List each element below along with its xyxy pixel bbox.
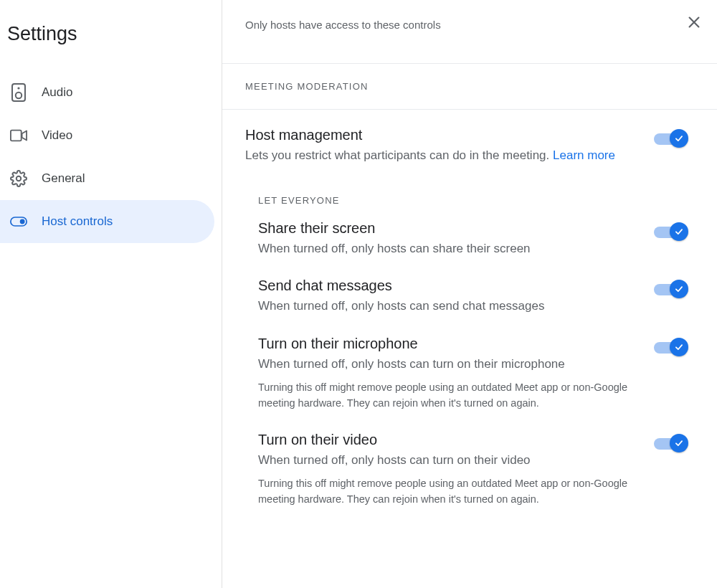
- check-icon: [670, 222, 688, 241]
- sidebar-item-video[interactable]: Video: [0, 114, 214, 157]
- svg-point-2: [16, 93, 22, 98]
- setting-description: Lets you restrict what participants can …: [245, 146, 635, 165]
- svg-point-6: [20, 219, 25, 224]
- sidebar-item-general[interactable]: General: [0, 157, 214, 200]
- setting-title: Share their screen: [258, 220, 635, 237]
- setting-host-management: Host management Lets you restrict what p…: [245, 127, 688, 165]
- setting-turn-on-video: Turn on their video When turned off, onl…: [258, 432, 688, 508]
- settings-title: Settings: [0, 9, 222, 71]
- gear-icon: [10, 170, 27, 187]
- toggle-send-chat[interactable]: [652, 279, 688, 299]
- subheading-let-everyone: LET EVERYONE: [245, 185, 688, 220]
- setting-turn-on-mic: Turn on their microphone When turned off…: [258, 336, 688, 412]
- speaker-icon: [10, 84, 27, 101]
- check-icon: [670, 129, 688, 148]
- sidebar-item-audio[interactable]: Audio: [0, 71, 214, 114]
- settings-sidebar: Settings Audio Video General: [0, 0, 222, 588]
- setting-note: Turning this off might remove people usi…: [258, 476, 631, 508]
- learn-more-link[interactable]: Learn more: [553, 148, 615, 162]
- toggle-share-screen[interactable]: [652, 222, 688, 242]
- section-heading-moderation: MEETING MODERATION: [222, 64, 717, 109]
- setting-description: When turned off, only hosts can turn on …: [258, 451, 635, 470]
- check-icon: [670, 434, 688, 452]
- svg-point-1: [17, 87, 19, 89]
- setting-send-chat: Send chat messages When turned off, only…: [258, 278, 688, 316]
- close-button[interactable]: [683, 11, 706, 34]
- setting-title: Host management: [245, 127, 635, 143]
- sidebar-item-host-controls[interactable]: Host controls: [0, 200, 214, 243]
- check-icon: [670, 280, 688, 298]
- setting-description: When turned off, only hosts can send cha…: [258, 297, 635, 316]
- setting-title: Turn on their video: [258, 432, 635, 448]
- sidebar-item-label: Video: [42, 128, 72, 143]
- sidebar-item-label: General: [42, 171, 85, 186]
- check-icon: [670, 338, 688, 356]
- setting-description: When turned off, only hosts can turn on …: [258, 355, 635, 374]
- sidebar-item-label: Host controls: [42, 214, 113, 229]
- access-notice: Only hosts have access to these controls: [222, 0, 717, 63]
- close-icon: [686, 14, 702, 32]
- video-camera-icon: [10, 127, 27, 144]
- setting-share-screen: Share their screen When turned off, only…: [258, 220, 688, 258]
- toggle-icon: [10, 213, 27, 230]
- svg-point-4: [16, 176, 21, 181]
- sidebar-item-label: Audio: [42, 85, 72, 100]
- settings-content: Only hosts have access to these controls…: [222, 0, 717, 588]
- svg-rect-3: [11, 131, 22, 141]
- setting-title: Send chat messages: [258, 278, 635, 294]
- toggle-microphone[interactable]: [652, 337, 688, 357]
- toggle-video[interactable]: [652, 433, 688, 453]
- setting-title: Turn on their microphone: [258, 336, 635, 352]
- setting-note: Turning this off might remove people usi…: [258, 380, 631, 412]
- setting-description: When turned off, only hosts can share th…: [258, 240, 635, 258]
- toggle-host-management[interactable]: [652, 128, 688, 148]
